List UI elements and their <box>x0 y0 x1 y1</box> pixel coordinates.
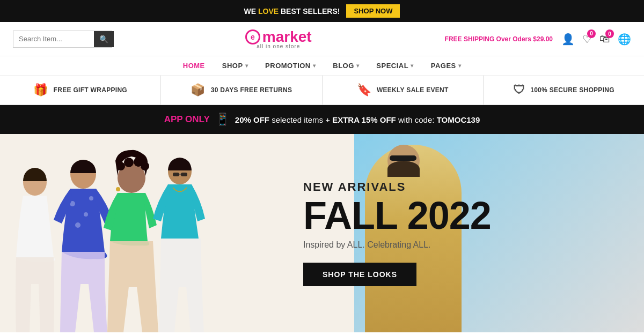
announcement-text: WE LOVE BEST SELLERS! <box>244 7 340 16</box>
svg-rect-14 <box>181 173 187 176</box>
feature-secure-label: 100% SECURE SHOPPING <box>530 86 614 94</box>
svg-point-8 <box>124 158 134 167</box>
free-shipping-info: FREE SHIPPING Over Oders $29.00 <box>445 35 553 43</box>
header-icons: 👤 ♡ 0 🛍 0 🌐 <box>561 33 631 46</box>
search-input[interactable] <box>13 31 94 47</box>
chevron-down-icon: ▾ <box>245 63 248 69</box>
nav-item-promotion[interactable]: PROMOTION ▾ <box>265 62 316 70</box>
feature-gift-label: FREE GIFT WRAPPING <box>54 86 127 94</box>
app-promo-bar: APP ONLY 📱 20% OFF selected items + EXTR… <box>0 105 644 134</box>
language-icon[interactable]: 🌐 <box>618 33 631 46</box>
hero-content: NEW ARRIVALS FALL 2022 Inspired by ALL. … <box>303 180 491 286</box>
shop-the-looks-button[interactable]: SHOP THE LOOKS <box>303 263 416 286</box>
chevron-down-icon: ▾ <box>313 63 316 69</box>
feature-sale: 🔖 WEEKLY SALE EVENT <box>323 76 484 105</box>
gift-icon: 🎁 <box>33 83 48 97</box>
feature-returns-label: 30 DAYS FREE RETURNS <box>211 86 292 94</box>
logo-circle-icon: e <box>245 29 260 44</box>
feature-secure: 🛡 100% SECURE SHOPPING <box>484 76 644 105</box>
announcement-bar: WE LOVE BEST SELLERS! SHOP NOW <box>0 0 644 22</box>
new-arrivals-title: NEW ARRIVALS <box>303 180 491 194</box>
header-right: FREE SHIPPING Over Oders $29.00 👤 ♡ 0 🛍 … <box>445 33 631 46</box>
account-icon[interactable]: 👤 <box>561 33 575 46</box>
search-button[interactable]: 🔍 <box>94 31 114 47</box>
svg-point-10 <box>141 162 149 170</box>
hero-tagline: Inspired by ALL. Celebrating ALL. <box>303 240 491 250</box>
sale-icon: 🔖 <box>357 83 371 97</box>
svg-rect-13 <box>173 173 179 176</box>
nav-item-pages[interactable]: PAGES ▾ <box>431 62 462 70</box>
cart-badge: 0 <box>605 29 614 38</box>
love-text: LOVE <box>258 7 279 16</box>
cart-icon[interactable]: 🛍 0 <box>599 33 610 45</box>
app-only-label: APP ONLY <box>164 114 210 125</box>
phone-icon: 📱 <box>215 113 230 126</box>
chevron-down-icon: ▾ <box>458 63 462 69</box>
svg-point-11 <box>116 187 120 191</box>
nav-item-home[interactable]: HOME <box>183 62 205 70</box>
nav-item-special[interactable]: SPECIAL ▾ <box>376 62 413 70</box>
svg-point-3 <box>84 212 88 217</box>
wishlist-badge: 0 <box>587 29 596 38</box>
free-shipping-amount: $29.00 <box>533 35 553 43</box>
shield-icon: 🛡 <box>513 83 525 97</box>
feature-gift-wrapping: 🎁 FREE GIFT WRAPPING <box>0 76 161 105</box>
announcement-shop-now-button[interactable]: SHOP NOW <box>346 4 400 18</box>
logo-tagline: all in one store <box>257 43 300 49</box>
svg-point-7 <box>116 162 125 170</box>
nav-item-shop[interactable]: SHOP ▾ <box>222 62 248 70</box>
promo-code: TOMOC139 <box>437 115 480 124</box>
header: 🔍 e market all in one store FREE SHIPPIN… <box>0 22 644 56</box>
svg-point-4 <box>75 222 80 228</box>
main-nav: HOME SHOP ▾ PROMOTION ▾ BLOG ▾ SPECIAL ▾… <box>0 56 644 76</box>
search-area: 🔍 <box>13 31 112 48</box>
svg-point-5 <box>89 196 93 200</box>
returns-icon: 📦 <box>191 83 205 97</box>
feature-returns: 📦 30 DAYS FREE RETURNS <box>161 76 322 105</box>
promo-text: 20% OFF selected items + EXTRA 15% OFF w… <box>235 115 480 124</box>
hero-banner: NEW ARRIVALS FALL 2022 Inspired by ALL. … <box>0 134 644 332</box>
chevron-down-icon: ▾ <box>356 63 360 69</box>
features-bar: 🎁 FREE GIFT WRAPPING 📦 30 DAYS FREE RETU… <box>0 76 644 105</box>
chevron-down-icon: ▾ <box>411 63 414 69</box>
wishlist-icon[interactable]: ♡ 0 <box>582 33 592 46</box>
nav-item-blog[interactable]: BLOG ▾ <box>333 62 359 70</box>
feature-sale-label: WEEKLY SALE EVENT <box>377 86 449 94</box>
logo[interactable]: e market all in one store <box>245 28 312 49</box>
hero-season-title: FALL 2022 <box>303 196 491 235</box>
